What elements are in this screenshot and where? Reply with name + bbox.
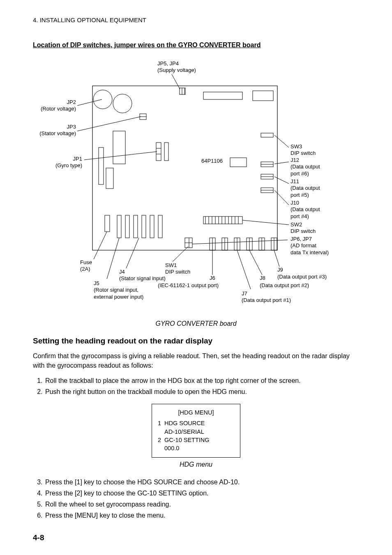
svg-rect-37	[105, 215, 110, 232]
svg-rect-15	[230, 158, 247, 167]
label-jp2: JP2(Rotor voltage)	[35, 99, 76, 113]
gyro-converter-diagram: JP5, JP4(Supply voltage) JP2(Rotor volta…	[33, 53, 359, 316]
svg-line-76	[274, 250, 279, 267]
label-sw3: SW3DIP switch	[291, 143, 316, 157]
step-2: Push the right button on the trackball m…	[44, 387, 359, 397]
svg-line-63	[274, 135, 289, 147]
page-number: 4-8	[33, 533, 359, 542]
intro-paragraph: Confirm that the gyrocompass is giving a…	[33, 351, 359, 370]
label-jp5jp4: JP5, JP4(Supply voltage)	[157, 60, 196, 74]
menu-title: [HDG MENU]	[158, 408, 234, 417]
step-6: Press the [MENU] key to close the menu.	[44, 511, 359, 521]
label-j8-code: J8	[260, 275, 265, 281]
svg-line-69	[94, 232, 107, 259]
svg-rect-9	[99, 147, 104, 184]
svg-line-71	[173, 246, 188, 262]
label-j6-code: J6	[210, 275, 215, 281]
section-title: Location of DIP switches, jumper wires o…	[33, 41, 359, 49]
svg-rect-14	[164, 143, 168, 161]
svg-line-70	[126, 238, 139, 268]
label-j9-code: J9	[277, 267, 283, 273]
label-j12: J12(Data outputport #6)	[291, 157, 320, 177]
svg-line-65	[274, 177, 289, 184]
menu-caption: HDG menu	[33, 461, 359, 468]
svg-rect-25	[203, 216, 242, 224]
svg-rect-8	[113, 131, 125, 164]
page-header: 4. INSTALLING OPTIONAL EQUIPMENT	[33, 16, 359, 23]
svg-rect-16	[261, 133, 273, 137]
svg-rect-43	[158, 215, 162, 238]
label-j6: (IEC-61162-1 output port)	[158, 282, 219, 289]
label-j7: J7(Data output port #1)	[242, 290, 291, 304]
step-5: Roll the wheel to set gyrocompass readin…	[44, 500, 359, 510]
svg-line-72	[107, 238, 119, 279]
svg-rect-38	[117, 215, 121, 238]
label-sw2: SW2DIP switch	[291, 221, 316, 235]
svg-rect-42	[150, 215, 154, 238]
label-j9: (Data output port #3)	[277, 274, 327, 280]
label-jp3: JP3(Stator voltage)	[33, 124, 76, 137]
subheading: Setting the heading readout on the radar…	[33, 336, 359, 345]
steps-list-a: Roll the trackball to place the arrow in…	[35, 376, 359, 397]
svg-line-61	[77, 117, 141, 131]
label-j5: J5(Rotor signal input,external power inp…	[94, 280, 143, 300]
svg-line-66	[274, 190, 289, 205]
label-jp1: JP1(Gyro type)	[43, 156, 82, 169]
svg-rect-39	[125, 215, 129, 238]
label-fuse: Fuse(2A)	[80, 259, 92, 273]
svg-line-62	[84, 152, 157, 160]
step-3: Press the [1] key to choose the HDG SOUR…	[44, 477, 359, 488]
svg-line-74	[237, 250, 251, 289]
svg-point-2	[113, 94, 132, 113]
svg-line-59	[172, 74, 180, 89]
steps-list-b: Press the [1] key to choose the HDG SOUR…	[35, 477, 359, 520]
svg-rect-23	[203, 92, 242, 99]
step-1: Roll the trackball to place the arrow in…	[44, 376, 359, 386]
svg-line-67	[242, 220, 289, 225]
label-j10: J10(Data outputport #4)	[291, 200, 320, 220]
label-jp6jp7: JP6, JP7(AD formatdata Tx interval)	[291, 236, 329, 256]
svg-line-60	[77, 99, 102, 106]
svg-rect-10	[106, 168, 113, 189]
svg-point-1	[93, 90, 112, 109]
svg-line-75	[249, 250, 262, 275]
label-j8: (Data output port #2)	[260, 282, 309, 289]
menu-row-1-val: AD-10/SERIAL	[158, 428, 234, 436]
hdg-menu-box: [HDG MENU] 1HDG SOURCE AD-10/SERIAL 2GC-…	[152, 404, 240, 458]
label-j11: J11(Data outputport #5)	[291, 178, 320, 198]
svg-rect-24	[253, 91, 273, 101]
menu-row-2-val: 000.0	[158, 444, 234, 452]
step-4: Press the [2] key to choose the GC-10 SE…	[44, 488, 359, 499]
svg-rect-0	[92, 86, 277, 250]
menu-row-1: 1HDG SOURCE	[158, 419, 234, 427]
svg-line-64	[274, 162, 289, 164]
label-sw1: SW1DIP switch	[165, 262, 190, 276]
diagram-caption: GYRO CONVERTER board	[33, 320, 359, 327]
label-part: 64P1106	[201, 158, 223, 164]
menu-row-2: 2GC-10 SETTING	[158, 436, 234, 444]
svg-rect-40	[134, 215, 138, 238]
svg-rect-41	[142, 215, 146, 238]
